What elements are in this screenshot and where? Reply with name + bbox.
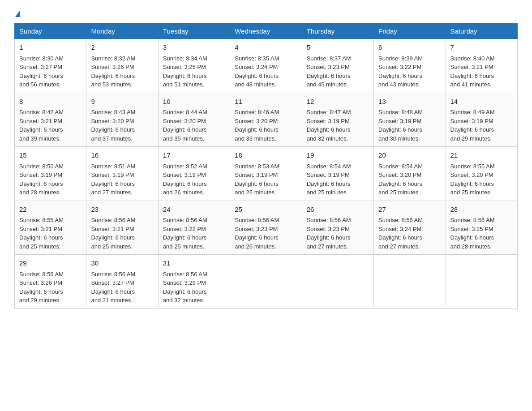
day-number: 1 xyxy=(19,43,82,53)
calendar-header-row: SundayMondayTuesdayWednesdayThursdayFrid… xyxy=(15,24,518,39)
day-info: Sunrise: 8:53 AM Sunset: 3:19 PM Dayligh… xyxy=(235,162,297,197)
calendar-cell xyxy=(374,255,446,309)
calendar-cell: 29Sunrise: 8:56 AM Sunset: 3:26 PM Dayli… xyxy=(15,255,86,309)
day-info: Sunrise: 8:40 AM Sunset: 3:21 PM Dayligh… xyxy=(450,54,513,89)
day-number: 14 xyxy=(450,97,513,107)
col-header-saturday: Saturday xyxy=(446,24,517,39)
day-info: Sunrise: 8:32 AM Sunset: 3:26 PM Dayligh… xyxy=(91,54,153,89)
day-number: 21 xyxy=(450,150,513,161)
calendar-cell: 10Sunrise: 8:44 AM Sunset: 3:20 PM Dayli… xyxy=(158,93,230,147)
day-info: Sunrise: 8:56 AM Sunset: 3:22 PM Dayligh… xyxy=(163,216,225,251)
col-header-sunday: Sunday xyxy=(15,24,86,39)
day-info: Sunrise: 8:48 AM Sunset: 3:19 PM Dayligh… xyxy=(378,108,441,143)
calendar-cell: 7Sunrise: 8:40 AM Sunset: 3:21 PM Daylig… xyxy=(446,39,517,93)
day-number: 24 xyxy=(163,205,225,215)
day-number: 29 xyxy=(19,258,82,269)
calendar-cell: 16Sunrise: 8:51 AM Sunset: 3:19 PM Dayli… xyxy=(86,147,158,201)
calendar-cell: 24Sunrise: 8:56 AM Sunset: 3:22 PM Dayli… xyxy=(158,201,230,255)
calendar-week-row: 8Sunrise: 8:42 AM Sunset: 3:21 PM Daylig… xyxy=(15,93,518,147)
day-number: 27 xyxy=(378,205,441,215)
calendar-cell: 3Sunrise: 8:34 AM Sunset: 3:25 PM Daylig… xyxy=(158,39,230,93)
calendar-cell: 5Sunrise: 8:37 AM Sunset: 3:23 PM Daylig… xyxy=(302,39,373,93)
logo-triangle-icon xyxy=(15,11,20,17)
day-info: Sunrise: 8:42 AM Sunset: 3:21 PM Dayligh… xyxy=(19,108,82,143)
day-number: 7 xyxy=(450,43,513,53)
day-info: Sunrise: 8:39 AM Sunset: 3:22 PM Dayligh… xyxy=(378,54,441,89)
calendar-cell: 18Sunrise: 8:53 AM Sunset: 3:19 PM Dayli… xyxy=(230,147,302,201)
day-info: Sunrise: 8:51 AM Sunset: 3:19 PM Dayligh… xyxy=(91,162,153,197)
calendar-cell: 20Sunrise: 8:54 AM Sunset: 3:20 PM Dayli… xyxy=(374,147,446,201)
calendar-table: SundayMondayTuesdayWednesdayThursdayFrid… xyxy=(14,23,518,309)
day-info: Sunrise: 8:44 AM Sunset: 3:20 PM Dayligh… xyxy=(163,108,225,143)
day-info: Sunrise: 8:46 AM Sunset: 3:20 PM Dayligh… xyxy=(235,108,297,143)
col-header-monday: Monday xyxy=(86,24,158,39)
day-info: Sunrise: 8:37 AM Sunset: 3:23 PM Dayligh… xyxy=(307,54,369,89)
logo xyxy=(14,11,20,15)
day-number: 3 xyxy=(163,43,225,53)
day-number: 9 xyxy=(91,97,153,107)
day-info: Sunrise: 8:52 AM Sunset: 3:19 PM Dayligh… xyxy=(163,162,225,197)
calendar-cell: 28Sunrise: 8:56 AM Sunset: 3:25 PM Dayli… xyxy=(446,201,517,255)
calendar-cell xyxy=(302,255,373,309)
col-header-wednesday: Wednesday xyxy=(230,24,302,39)
calendar-cell: 13Sunrise: 8:48 AM Sunset: 3:19 PM Dayli… xyxy=(374,93,446,147)
calendar-cell: 19Sunrise: 8:54 AM Sunset: 3:19 PM Dayli… xyxy=(302,147,373,201)
day-number: 26 xyxy=(307,205,369,215)
day-info: Sunrise: 8:55 AM Sunset: 3:20 PM Dayligh… xyxy=(450,162,513,197)
day-info: Sunrise: 8:43 AM Sunset: 3:20 PM Dayligh… xyxy=(91,108,153,143)
day-info: Sunrise: 8:47 AM Sunset: 3:19 PM Dayligh… xyxy=(307,108,369,143)
calendar-week-row: 22Sunrise: 8:55 AM Sunset: 3:21 PM Dayli… xyxy=(15,201,518,255)
calendar-cell: 30Sunrise: 8:56 AM Sunset: 3:27 PM Dayli… xyxy=(86,255,158,309)
day-info: Sunrise: 8:56 AM Sunset: 3:29 PM Dayligh… xyxy=(163,270,225,305)
col-header-friday: Friday xyxy=(374,24,446,39)
day-info: Sunrise: 8:56 AM Sunset: 3:21 PM Dayligh… xyxy=(91,216,153,251)
calendar-cell: 11Sunrise: 8:46 AM Sunset: 3:20 PM Dayli… xyxy=(230,93,302,147)
calendar-cell: 27Sunrise: 8:56 AM Sunset: 3:24 PM Dayli… xyxy=(374,201,446,255)
day-number: 10 xyxy=(163,97,225,107)
day-number: 31 xyxy=(163,258,225,269)
day-number: 15 xyxy=(19,150,82,161)
calendar-cell xyxy=(230,255,302,309)
header xyxy=(14,11,518,15)
calendar-cell: 2Sunrise: 8:32 AM Sunset: 3:26 PM Daylig… xyxy=(86,39,158,93)
day-number: 13 xyxy=(378,97,441,107)
col-header-thursday: Thursday xyxy=(302,24,373,39)
day-number: 5 xyxy=(307,43,369,53)
day-info: Sunrise: 8:56 AM Sunset: 3:24 PM Dayligh… xyxy=(378,216,441,251)
day-info: Sunrise: 8:55 AM Sunset: 3:21 PM Dayligh… xyxy=(19,216,82,251)
calendar-cell: 22Sunrise: 8:55 AM Sunset: 3:21 PM Dayli… xyxy=(15,201,86,255)
day-number: 2 xyxy=(91,43,153,53)
day-info: Sunrise: 8:30 AM Sunset: 3:27 PM Dayligh… xyxy=(19,54,82,89)
day-info: Sunrise: 8:56 AM Sunset: 3:26 PM Dayligh… xyxy=(19,270,82,305)
day-info: Sunrise: 8:35 AM Sunset: 3:24 PM Dayligh… xyxy=(235,54,297,89)
calendar-cell: 23Sunrise: 8:56 AM Sunset: 3:21 PM Dayli… xyxy=(86,201,158,255)
day-number: 30 xyxy=(91,258,153,269)
calendar-cell: 1Sunrise: 8:30 AM Sunset: 3:27 PM Daylig… xyxy=(15,39,86,93)
calendar-cell: 21Sunrise: 8:55 AM Sunset: 3:20 PM Dayli… xyxy=(446,147,517,201)
calendar-cell: 14Sunrise: 8:49 AM Sunset: 3:19 PM Dayli… xyxy=(446,93,517,147)
day-number: 16 xyxy=(91,150,153,161)
day-number: 20 xyxy=(378,150,441,161)
calendar-cell: 31Sunrise: 8:56 AM Sunset: 3:29 PM Dayli… xyxy=(158,255,230,309)
day-number: 4 xyxy=(235,43,297,53)
calendar-cell: 26Sunrise: 8:56 AM Sunset: 3:23 PM Dayli… xyxy=(302,201,373,255)
day-number: 22 xyxy=(19,205,82,215)
day-info: Sunrise: 8:50 AM Sunset: 3:19 PM Dayligh… xyxy=(19,162,82,197)
calendar-week-row: 1Sunrise: 8:30 AM Sunset: 3:27 PM Daylig… xyxy=(15,39,518,93)
calendar-cell xyxy=(446,255,517,309)
day-number: 17 xyxy=(163,150,225,161)
day-number: 12 xyxy=(307,97,369,107)
day-number: 6 xyxy=(378,43,441,53)
calendar-cell: 25Sunrise: 8:56 AM Sunset: 3:23 PM Dayli… xyxy=(230,201,302,255)
day-number: 19 xyxy=(307,150,369,161)
day-info: Sunrise: 8:56 AM Sunset: 3:25 PM Dayligh… xyxy=(450,216,513,251)
calendar-week-row: 15Sunrise: 8:50 AM Sunset: 3:19 PM Dayli… xyxy=(15,147,518,201)
calendar-week-row: 29Sunrise: 8:56 AM Sunset: 3:26 PM Dayli… xyxy=(15,255,518,309)
day-info: Sunrise: 8:56 AM Sunset: 3:23 PM Dayligh… xyxy=(235,216,297,251)
calendar-cell: 4Sunrise: 8:35 AM Sunset: 3:24 PM Daylig… xyxy=(230,39,302,93)
day-number: 11 xyxy=(235,97,297,107)
calendar-cell: 15Sunrise: 8:50 AM Sunset: 3:19 PM Dayli… xyxy=(15,147,86,201)
calendar-cell: 12Sunrise: 8:47 AM Sunset: 3:19 PM Dayli… xyxy=(302,93,373,147)
day-number: 28 xyxy=(450,205,513,215)
day-info: Sunrise: 8:49 AM Sunset: 3:19 PM Dayligh… xyxy=(450,108,513,143)
